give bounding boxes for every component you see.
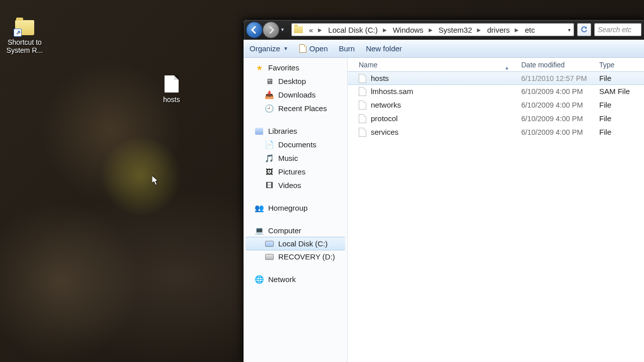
- file-name: networks: [371, 101, 401, 109]
- refresh-button[interactable]: [577, 23, 591, 36]
- libraries-icon: [255, 127, 264, 136]
- desktop-icon-hosts[interactable]: hosts: [149, 74, 194, 104]
- file-name: lmhosts.sam: [371, 87, 413, 96]
- sidebar-item-music[interactable]: 🎵Music: [244, 151, 347, 165]
- file-icon: [359, 87, 366, 96]
- breadcrumb-seg[interactable]: System32: [435, 24, 475, 36]
- file-icon: [359, 74, 366, 83]
- breadcrumb-seg[interactable]: Local Disk (C:): [324, 24, 380, 36]
- sidebar-computer[interactable]: 💻Computer: [244, 224, 347, 237]
- new-folder-button[interactable]: New folder: [366, 44, 402, 53]
- pictures-icon: 🖼: [265, 167, 274, 176]
- desktop-nav-icon: 🖥: [265, 77, 274, 86]
- breadcrumb-seg[interactable]: drivers: [483, 24, 513, 36]
- file-type: File: [594, 101, 644, 109]
- sidebar-item-pictures[interactable]: 🖼Pictures: [244, 165, 347, 178]
- nav-history-dropdown[interactable]: ▼: [280, 27, 286, 32]
- titlebar[interactable]: ▼ «▶ Local Disk (C:)▶ Windows▶ System32▶…: [244, 20, 644, 40]
- column-date[interactable]: Date modified: [516, 61, 594, 69]
- homegroup-icon: 👥: [255, 204, 264, 213]
- sidebar-item-videos[interactable]: 🎞Videos: [244, 178, 347, 192]
- sort-asc-icon: ▲: [505, 65, 509, 70]
- file-date: 6/10/2009 4:00 PM: [516, 101, 594, 109]
- file-date: 6/10/2009 4:00 PM: [516, 128, 594, 136]
- folder-icon: [294, 26, 303, 33]
- computer-icon: 💻: [255, 226, 264, 235]
- chevron-right-icon: ▶: [513, 27, 521, 33]
- nav-forward-button[interactable]: [263, 22, 279, 38]
- sidebar-item-desktop[interactable]: 🖥Desktop: [244, 74, 347, 88]
- cursor-icon: [152, 175, 159, 186]
- chevron-right-icon: ▶: [427, 27, 435, 33]
- burn-button[interactable]: Burn: [339, 44, 355, 53]
- folder-shortcut-icon: [15, 20, 34, 35]
- network-icon: 🌐: [255, 275, 264, 284]
- breadcrumb-overflow[interactable]: «: [305, 24, 316, 36]
- file-row[interactable]: services 6/10/2009 4:00 PM File: [348, 125, 644, 139]
- file-type: SAM File: [594, 87, 644, 96]
- chevron-right-icon: ▶: [381, 27, 389, 33]
- file-name: protocol: [371, 114, 397, 123]
- address-bar[interactable]: «▶ Local Disk (C:)▶ Windows▶ System32▶ d…: [291, 23, 574, 36]
- sidebar-item-downloads[interactable]: 📥Downloads: [244, 88, 347, 102]
- downloads-icon: 📥: [265, 90, 274, 100]
- file-icon: [359, 114, 366, 123]
- breadcrumb-seg[interactable]: etc: [521, 24, 538, 36]
- column-type[interactable]: Type: [594, 61, 644, 69]
- column-headers: Name▲ Date modified Type: [348, 58, 644, 72]
- file-row[interactable]: hosts 6/11/2010 12:57 PM File: [348, 71, 644, 85]
- breadcrumb-seg[interactable]: Windows: [389, 24, 427, 36]
- file-name: services: [371, 128, 398, 136]
- organize-button[interactable]: Organize ▼: [250, 44, 288, 53]
- drive-icon: [265, 239, 274, 248]
- chevron-down-icon: ▼: [283, 46, 288, 51]
- search-input[interactable]: Search etc: [594, 23, 641, 36]
- desktop-icon-label: hosts: [149, 96, 194, 104]
- sidebar-homegroup[interactable]: 👥Homegroup: [244, 201, 347, 215]
- file-row[interactable]: protocol 6/10/2009 4:00 PM File: [348, 112, 644, 125]
- sidebar-item-recent[interactable]: 🕘Recent Places: [244, 102, 347, 115]
- chevron-right-icon: ▶: [475, 27, 483, 33]
- music-icon: 🎵: [265, 154, 274, 163]
- recent-icon: 🕘: [265, 104, 274, 113]
- file-type: File: [594, 114, 644, 123]
- document-icon: [299, 44, 306, 53]
- open-button[interactable]: Open: [299, 44, 328, 53]
- sidebar-item-recovery[interactable]: RECOVERY (D:): [244, 250, 347, 263]
- file-name: hosts: [371, 74, 389, 82]
- file-icon: [165, 75, 179, 93]
- sidebar-libraries[interactable]: Libraries: [244, 124, 347, 138]
- sidebar-item-documents[interactable]: 📄Documents: [244, 138, 347, 151]
- file-type: File: [594, 128, 644, 136]
- explorer-window: ▼ «▶ Local Disk (C:)▶ Windows▶ System32▶…: [243, 19, 644, 362]
- file-icon: [359, 101, 366, 110]
- column-name[interactable]: Name▲: [348, 61, 516, 69]
- nav-back-button[interactable]: [246, 22, 263, 38]
- desktop-icon-shortcut[interactable]: Shortcut to System R...: [2, 18, 47, 54]
- sidebar-network[interactable]: 🌐Network: [244, 273, 347, 286]
- file-row[interactable]: lmhosts.sam 6/10/2009 4:00 PM SAM File: [348, 84, 644, 98]
- chevron-right-icon: ▶: [316, 27, 324, 33]
- drive-icon: [265, 252, 274, 261]
- star-icon: ★: [255, 63, 264, 72]
- file-row[interactable]: networks 6/10/2009 4:00 PM File: [348, 98, 644, 112]
- file-date: 6/10/2009 4:00 PM: [516, 115, 594, 123]
- file-date: 6/11/2010 12:57 PM: [516, 74, 594, 82]
- file-type: File: [594, 74, 644, 82]
- sidebar-favorites[interactable]: ★Favorites: [244, 61, 347, 74]
- file-list: Name▲ Date modified Type hosts 6/11/2010…: [348, 58, 644, 362]
- sidebar-item-localdisk[interactable]: Local Disk (C:): [246, 237, 345, 250]
- search-placeholder: Search etc: [598, 26, 631, 34]
- sidebar: ★Favorites 🖥Desktop 📥Downloads 🕘Recent P…: [244, 58, 348, 362]
- address-dropdown[interactable]: ▾: [565, 27, 574, 33]
- desktop-icon-label: Shortcut to System R...: [2, 38, 47, 54]
- toolbar: Organize ▼ Open Burn New folder: [244, 40, 644, 58]
- documents-icon: 📄: [265, 140, 274, 149]
- videos-icon: 🎞: [265, 181, 274, 190]
- file-date: 6/10/2009 4:00 PM: [516, 87, 594, 96]
- file-icon: [359, 128, 366, 137]
